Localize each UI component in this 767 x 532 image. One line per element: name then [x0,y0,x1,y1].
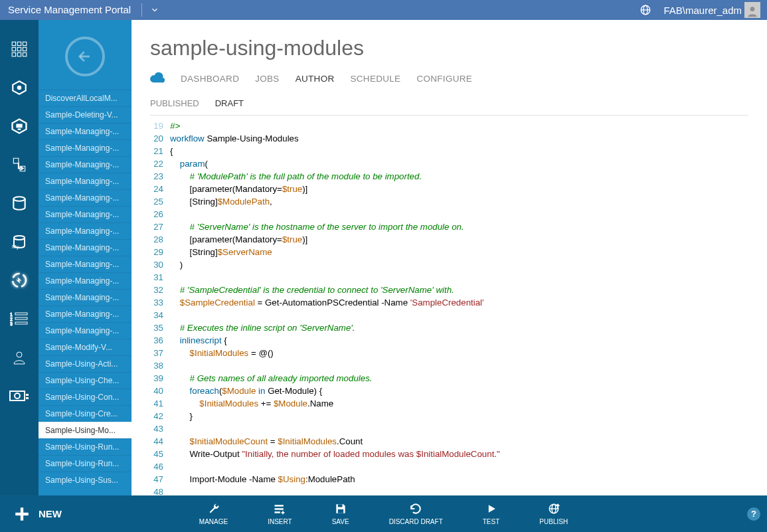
subtab-published[interactable]: PUBLISHED [150,98,199,108]
code-line[interactable]: 43 [143,422,748,435]
footer-action-test[interactable]: TEST [483,502,500,525]
code-text: $InitialModules = @() [170,347,274,359]
runbook-list-item[interactable]: Sample-Using-Mo... [39,422,131,438]
back-arrow-icon [76,47,94,66]
code-line[interactable]: 33 $SampleCredential = Get-AutomationPSC… [143,296,748,309]
grid-icon [11,41,28,58]
footer-action-manage[interactable]: MANAGE [199,502,228,525]
header-dropdown[interactable] [145,5,165,15]
runbook-list-item[interactable]: Sample-Managing-... [39,272,131,289]
rail-item-user[interactable] [8,347,31,367]
runbook-list-item[interactable]: Sample-Modify-V... [39,339,131,355]
code-line[interactable]: 20workflow Sample-Using-Modules [143,132,748,145]
code-line[interactable]: 42 } [143,410,748,422]
code-line[interactable]: 38 [143,359,748,372]
code-line[interactable]: 21{ [143,145,748,157]
code-line[interactable]: 26 [143,208,748,221]
runbook-list-item[interactable]: DiscoverAllLocalM... [39,90,131,106]
subtab-draft[interactable]: DRAFT [215,98,244,108]
code-line[interactable]: 30 ) [143,258,748,271]
code-editor[interactable]: 19#>20workflow Sample-Using-Modules21{22… [143,120,748,495]
code-line[interactable]: 29 [String]$ServerName [143,246,748,258]
line-number: 28 [143,233,170,246]
runbook-list-item[interactable]: Sample-Managing-... [39,139,131,156]
svg-rect-11 [17,52,21,56]
rail-item-billing[interactable] [8,386,31,406]
monitor-icon [10,117,29,135]
tab-author[interactable]: AUTHOR [296,74,335,84]
tab-jobs[interactable]: JOBS [255,74,279,84]
user-menu[interactable]: FAB\maurer_adm [657,2,767,18]
code-line[interactable]: 45 Write-Output "Initially, the number o… [143,448,748,460]
rail-item-target[interactable] [8,78,31,98]
globe-up-icon [547,502,560,515]
runbook-list-item[interactable]: Sample-Managing-... [39,222,131,239]
runbook-list-item[interactable]: Sample-Managing-... [39,173,131,189]
tab-schedule[interactable]: SCHEDULE [351,74,401,84]
code-line[interactable]: 31 [143,271,748,284]
runbook-list-item[interactable]: Sample-Managing-... [39,256,131,272]
line-number: 23 [143,170,170,183]
code-line[interactable]: 39 # Gets names of all already imported … [143,372,748,385]
code-line[interactable]: 32 # 'SampleCredential' is the credentia… [143,284,748,296]
code-text: [parameter(Mandatory=$true)] [170,183,307,195]
line-number: 29 [143,246,170,258]
code-line[interactable]: 37 $InitialModules = @() [143,347,748,359]
rail-item-list[interactable]: 123 [8,309,31,329]
code-line[interactable]: 22 param( [143,157,748,170]
code-line[interactable]: 41 $InitialModules += $Module.Name [143,397,748,410]
code-line[interactable]: 24 [parameter(Mandatory=$true)] [143,183,748,195]
footer-action-save[interactable]: SAVE [332,502,349,525]
line-number: 36 [143,334,170,347]
rail-item-grid[interactable] [8,39,31,59]
svg-rect-22 [15,313,27,315]
runbook-list-item[interactable]: Sample-Using-Acti... [39,355,131,372]
help-button[interactable]: ? [747,507,760,521]
runbook-list-item[interactable]: Sample-Using-Run... [39,455,131,472]
runbook-list-item[interactable]: Sample-Using-Con... [39,389,131,405]
new-button[interactable]: NEW [7,505,62,523]
code-line[interactable]: 23 # 'ModulePath' is the full path of th… [143,170,748,183]
runbook-list-item[interactable]: Sample-Managing-... [39,206,131,222]
runbook-list-item[interactable]: Sample-Managing-... [39,239,131,256]
code-line[interactable]: 19#> [143,120,748,132]
code-line[interactable]: 25 [String]$ModulePath, [143,195,748,208]
runbook-list-item[interactable]: Sample-Managing-... [39,306,131,322]
code-line[interactable]: 27 # 'ServerName' is the hostname of the… [143,221,748,233]
tab-configure[interactable]: CONFIGURE [416,74,472,84]
code-line[interactable]: 47 Import-Module -Name $Using:ModulePath [143,473,748,486]
rail-item-monitor[interactable] [8,116,31,136]
rail-item-transfer[interactable] [8,155,31,175]
code-line[interactable]: 28 [parameter(Mandatory=$true)] [143,233,748,246]
code-line[interactable]: 35 # Executes the inline script on 'Serv… [143,321,748,334]
language-button[interactable] [634,4,657,16]
code-line[interactable]: 46 [143,460,748,473]
code-line[interactable]: 40 foreach($Module in Get-Module) { [143,385,748,397]
runbook-list-item[interactable]: Sample-Using-Sus... [39,472,131,488]
line-number: 21 [143,145,170,157]
runbook-list-item[interactable]: Sample-Managing-... [39,156,131,173]
rail-item-mysql[interactable]: My [8,232,31,252]
svg-rect-8 [17,47,21,50]
code-line[interactable]: 36 inlinescript { [143,334,748,347]
runbook-list-item[interactable]: Sample-Using-Run... [39,438,131,455]
runbook-list-item[interactable]: Sample-Managing-... [39,289,131,306]
code-line[interactable]: 48 [143,486,748,495]
runbook-list-item[interactable]: Sample-Deleting-V... [39,106,131,123]
runbook-list-item[interactable]: Sample-Using-Cre... [39,405,131,422]
back-button[interactable] [65,37,105,76]
tab-dashboard[interactable]: DASHBOARD [181,74,239,84]
rail-item-sql[interactable] [8,193,31,213]
code-line[interactable]: 34 [143,309,748,321]
runbook-list-item[interactable]: Sample-Managing-... [39,322,131,339]
code-text: [parameter(Mandatory=$true)] [170,233,307,246]
code-line[interactable]: 44 $InitialModuleCount = $InitialModules… [143,435,748,448]
rail-item-automation[interactable] [8,270,31,290]
runbook-list-item[interactable]: Sample-Using-Che... [39,372,131,389]
footer-action-publish[interactable]: PUBLISH [539,502,568,525]
footer-action-discard-draft[interactable]: DISCARD DRAFT [389,502,443,525]
line-number: 27 [143,221,170,233]
footer-action-insert[interactable]: INSERT [268,502,292,525]
runbook-list-item[interactable]: Sample-Managing-... [39,189,131,206]
runbook-list-item[interactable]: Sample-Managing-... [39,123,131,139]
